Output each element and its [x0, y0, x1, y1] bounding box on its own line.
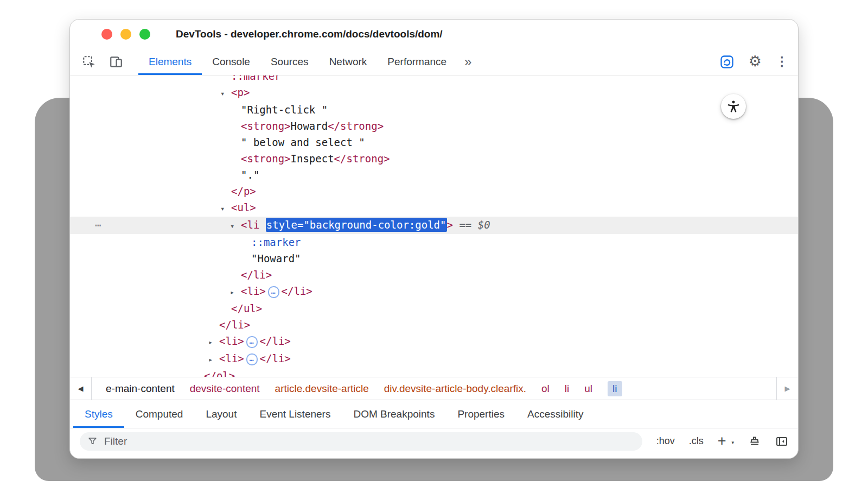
dom-tree-line[interactable]: </ul> [70, 300, 798, 317]
toggle-element-state-button[interactable]: :hov [656, 435, 675, 447]
dom-tag: <li> [241, 285, 266, 297]
dom-tag: </li> [282, 285, 312, 297]
accessibility-person-icon [726, 99, 741, 113]
top-tabs: ElementsConsoleSourcesNetworkPerformance [138, 48, 457, 75]
close-window-button[interactable] [101, 29, 112, 40]
breadcrumb-item[interactable]: e-main-content [106, 383, 175, 395]
dom-tree-line[interactable]: ▾<ul> [70, 199, 798, 217]
breadcrumb-bar: ◀ e-main-contentdevsite-contentarticle.d… [70, 377, 798, 400]
dom-tree-line[interactable]: </ol> [70, 368, 798, 377]
breadcrumb-scroll-right-icon[interactable]: ▶ [776, 377, 798, 400]
dom-tree-line[interactable]: </p> [70, 183, 798, 199]
window-bottom-gap [70, 454, 798, 458]
dom-tag: <li> [219, 352, 244, 364]
dom-tree-line[interactable]: </li> [70, 267, 798, 283]
element-classes-button[interactable]: .cls [689, 435, 704, 447]
selected-attribute-highlight[interactable]: style="background-color:gold" [266, 218, 447, 232]
tab-layout[interactable]: Layout [194, 400, 248, 428]
dom-tree-line[interactable]: ▸<li>…</li> [70, 283, 798, 300]
breadcrumb-scroll-left-icon[interactable]: ◀ [70, 377, 92, 400]
tab-sources[interactable]: Sources [260, 48, 319, 75]
dom-tag: <p> [231, 86, 250, 98]
expander-arrow-right-icon[interactable]: ▸ [208, 334, 219, 350]
tab-event-listeners[interactable]: Event Listeners [248, 400, 342, 428]
dom-tag: </ol> [204, 370, 235, 377]
title-bar: DevTools - developer.chrome.com/docs/dev… [70, 20, 798, 48]
dom-tag: </li> [260, 352, 291, 364]
dom-tag: </strong> [328, 120, 384, 132]
dom-tag: </ul> [231, 302, 262, 314]
styles-filter-input[interactable] [103, 435, 635, 448]
dom-tag: </p> [231, 185, 256, 197]
dom-tag: > [447, 219, 453, 231]
dom-tag: <li> [219, 335, 244, 347]
breadcrumb-item[interactable]: ul [584, 383, 592, 395]
dom-tree-line[interactable]: ▸<li>…</li> [70, 350, 798, 368]
new-style-rule-button[interactable]: + [718, 434, 726, 448]
zoom-window-button[interactable] [139, 29, 150, 40]
pseudo-element-marker[interactable]: ::marker [251, 236, 301, 248]
dom-tag: <strong> [241, 153, 291, 165]
dom-tag: </li> [260, 335, 291, 347]
minimize-window-button[interactable] [120, 29, 131, 40]
dom-tree-line[interactable]: "Howard" [70, 250, 798, 267]
breadcrumb-item[interactable]: div.devsite-article-body.clearfix. [384, 383, 526, 395]
dom-tree-line[interactable]: "Right-click " [70, 102, 798, 118]
equals-operator: == [453, 219, 478, 231]
ellipsis-expand-button[interactable]: … [246, 353, 258, 365]
accessibility-person-button[interactable] [721, 94, 746, 119]
tab-styles[interactable]: Styles [73, 400, 124, 428]
kebab-menu-icon[interactable]: ⋮ [776, 55, 788, 68]
tab-accessibility[interactable]: Accessibility [516, 400, 595, 428]
devtools-window: DevTools - developer.chrome.com/docs/dev… [69, 19, 799, 459]
breadcrumb-item[interactable]: li [565, 383, 569, 395]
dom-tree-line[interactable]: " below and select " [70, 134, 798, 150]
dom-tree-line[interactable]: </li> [70, 317, 798, 333]
breadcrumb-item-selected[interactable]: li [608, 381, 622, 396]
expander-arrow-down-icon[interactable]: ▾ [230, 218, 241, 234]
dom-tree-line-selected[interactable]: ⋯▾<li style="background-color:gold"> == … [70, 217, 798, 234]
styles-filter-field[interactable] [80, 432, 642, 451]
rotate-device-icon[interactable] [719, 54, 735, 69]
dom-tag: <li [241, 219, 266, 231]
dom-tag: </strong> [334, 153, 390, 165]
tab-dom-breakpoints[interactable]: DOM Breakpoints [342, 400, 446, 428]
expander-arrow-right-icon[interactable]: ▸ [208, 351, 219, 368]
tab-computed[interactable]: Computed [124, 400, 195, 428]
tab-console[interactable]: Console [202, 48, 260, 75]
breadcrumb-item[interactable]: article.devsite-article [275, 383, 369, 395]
settings-gear-icon[interactable]: ⚙ [749, 54, 762, 69]
ellipsis-expand-button[interactable]: … [268, 286, 279, 298]
dom-tree-line[interactable]: ▸<li>…</li> [70, 333, 798, 350]
tab-elements[interactable]: Elements [138, 48, 202, 75]
dom-tree-line[interactable]: <strong>Howard</strong> [70, 118, 798, 134]
dom-tree-line[interactable]: ::marker [70, 75, 798, 84]
tab-properties[interactable]: Properties [446, 400, 516, 428]
stamp-icon[interactable] [748, 435, 761, 448]
row-actions-dots-icon[interactable]: ⋯ [95, 217, 101, 233]
tab-network[interactable]: Network [319, 48, 378, 75]
toggle-sidebar-icon[interactable] [775, 435, 788, 448]
expander-arrow-down-icon[interactable]: ▾ [220, 200, 231, 217]
tab-performance[interactable]: Performance [377, 48, 457, 75]
styles-toolbar: :hov .cls + ▾ [70, 428, 798, 454]
breadcrumb-item[interactable]: devsite-content [190, 383, 260, 395]
expander-arrow-right-icon[interactable]: ▸ [230, 284, 241, 300]
dom-tag: </li> [241, 269, 272, 281]
inspect-element-icon[interactable] [82, 55, 96, 69]
dom-text-node: Howard [291, 120, 328, 132]
dollar-zero-hint: $0 [478, 219, 490, 231]
dom-tree-line[interactable]: <strong>Inspect</strong> [70, 150, 798, 167]
dom-tree-line[interactable]: ▾<p> [70, 84, 798, 102]
devtools-toolbar: ElementsConsoleSourcesNetworkPerformance… [70, 48, 798, 75]
breadcrumb-list: e-main-contentdevsite-contentarticle.dev… [92, 377, 776, 400]
ellipsis-expand-button[interactable]: … [246, 336, 258, 348]
expander-arrow-down-icon[interactable]: ▾ [220, 85, 231, 102]
dom-tree-line[interactable]: ::marker [70, 234, 798, 250]
breadcrumb-item[interactable]: ol [541, 383, 550, 395]
dom-tag: <strong> [241, 120, 291, 132]
bottom-tabs: StylesComputedLayoutEvent ListenersDOM B… [70, 400, 798, 428]
dom-tree-line[interactable]: "." [70, 167, 798, 183]
more-tabs-chevron-icon[interactable]: » [457, 48, 479, 75]
device-toolbar-icon[interactable] [109, 55, 123, 69]
